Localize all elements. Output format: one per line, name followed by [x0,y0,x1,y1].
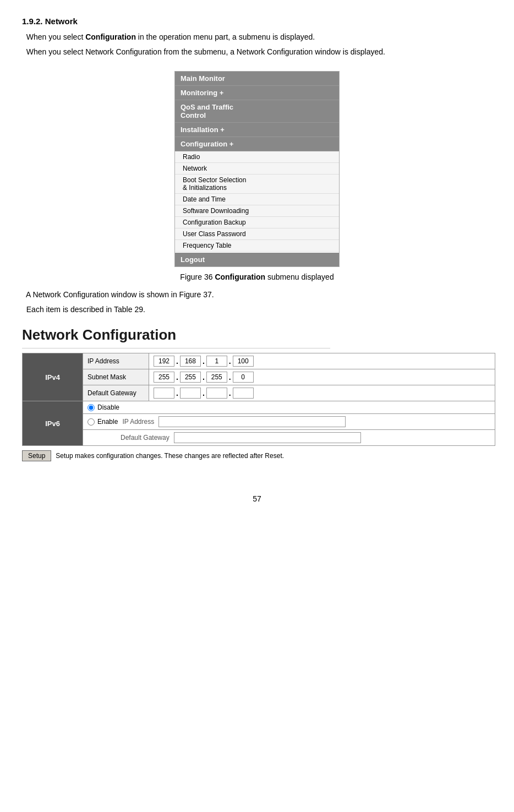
ip-octet-4[interactable] [233,356,254,367]
menu-sub-user-class: User Class Password [175,228,339,240]
gateway-octet-3[interactable] [206,388,227,399]
section-title: Network [45,17,78,26]
gateway-octet-2[interactable] [180,388,201,399]
section-heading: 1.9.2. Network [22,17,492,26]
ipv6-disable-radio[interactable] [88,404,95,411]
ipv6-enable-label[interactable]: Enable [88,418,118,426]
paragraph-4: Each item is described in Table 29. [22,304,492,315]
ipv6-enable-cell: Enable IP Address [83,414,495,430]
gateway-octet-1[interactable] [154,388,174,399]
network-config-table: IPv4 IP Address . . . Subnet Mask . [22,353,495,446]
ipv6-disable-label[interactable]: Disable [88,404,490,411]
menu-sub-network: Network [175,163,339,175]
figure-caption-36: Figure 36 Configuration submenu displaye… [180,273,333,281]
ipv6-label: IPv6 [23,401,83,446]
paragraph-2: When you select Network Configuration fr… [22,46,492,58]
page-number: 57 [22,494,492,503]
ipv6-default-gateway-label: Default Gateway [121,434,169,442]
section-number: 1.9.2. [22,17,43,26]
menu-sub-radio: Radio [175,151,339,163]
ipv6-gateway-input[interactable] [174,432,361,443]
subnet-octet-1[interactable] [154,372,174,383]
gateway-octet-4[interactable] [233,388,254,399]
menu-sub-software-downloading: Software Downloading [175,205,339,217]
menu-item-configuration: Configuration + [175,137,339,151]
setup-row: Setup Setup makes configuration changes.… [22,450,492,461]
ip-address-inputs: . . . [154,356,490,367]
ipv6-gateway-cell: Default Gateway [83,430,495,446]
subnet-octet-3[interactable] [206,372,227,383]
network-config-title: Network Configuration [22,326,492,344]
paragraph-1: When you select Configuration in the ope… [22,31,492,43]
ipv6-row: IPv6 Disable [23,401,495,414]
subnet-octet-4[interactable] [233,372,254,383]
default-gateway-field: . . . [149,385,495,401]
ipv6-enable-row: Enable IP Address [23,414,495,430]
ip-octet-3[interactable] [206,356,227,367]
ip-address-label: IP Address [83,353,149,369]
ip-address-field: . . . [149,353,495,369]
subnet-mask-label: Subnet Mask [83,369,149,385]
menu-item-main-monitor: Main Monitor [175,72,339,86]
menu-sub-boot-sector: Boot Sector Selection& Initializations [175,175,339,194]
subnet-octet-2[interactable] [180,372,201,383]
ipv6-ip-address-input[interactable] [158,416,346,427]
ipv6-ip-address-label: IP Address [122,418,154,426]
menu-screenshot: Main Monitor Monitoring + QoS and Traffi… [174,71,340,267]
ipv6-gateway-row: Default Gateway [23,430,495,446]
menu-sub-config-backup: Configuration Backup [175,217,339,228]
network-config-section: Network Configuration IPv4 IP Address . … [22,326,492,461]
menu-item-installation: Installation + [175,123,339,137]
setup-note: Setup makes configuration changes. These… [56,452,284,460]
gateway-inputs: . . . [154,388,490,399]
menu-sub-date-time: Date and Time [175,194,339,205]
ipv6-enable-radio[interactable] [88,418,95,426]
menu-item-monitoring: Monitoring + [175,86,339,100]
ipv6-disable-cell: Disable [83,401,495,414]
divider [22,348,330,348]
ipv4-row: IPv4 IP Address . . . [23,353,495,369]
default-gateway-label: Default Gateway [83,385,149,401]
paragraph-3: A Network Configuration window is shown … [22,289,492,301]
figure-36: Main Monitor Monitoring + QoS and Traffi… [22,71,492,281]
ipv4-label: IPv4 [23,353,83,401]
subnet-row: Subnet Mask . . . [23,369,495,385]
subnet-mask-inputs: . . . [154,372,490,383]
ip-octet-2[interactable] [180,356,201,367]
menu-item-qos: QoS and TrafficControl [175,100,339,123]
gateway-row: Default Gateway . . . [23,385,495,401]
setup-button[interactable]: Setup [22,450,51,461]
subnet-mask-field: . . . [149,369,495,385]
menu-item-logout: Logout [175,253,339,266]
menu-sub-frequency: Frequency Table [175,240,339,252]
ip-octet-1[interactable] [154,356,174,367]
